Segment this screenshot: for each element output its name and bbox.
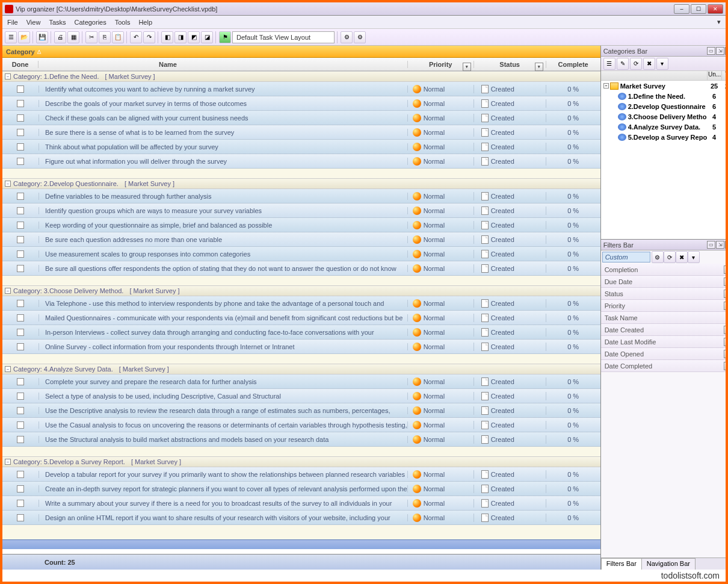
filter-row[interactable]: Due Date▾ (601, 276, 728, 288)
col-status[interactable]: Status▾ (474, 61, 546, 68)
group-header[interactable]: −Category: 5.Develop a Survey Report.[ M… (2, 456, 600, 467)
panel-close-icon[interactable]: ✕ (725, 47, 728, 55)
done-checkbox[interactable] (17, 236, 24, 243)
done-checkbox[interactable] (17, 85, 24, 93)
tb-opt2-icon[interactable]: ⚙ (354, 31, 366, 43)
layout-selector[interactable]: Default Task View Layout (232, 31, 335, 43)
tab-navigation[interactable]: Navigation Bar (641, 558, 696, 570)
col-complete[interactable]: Complete (546, 61, 600, 68)
done-checkbox[interactable] (17, 378, 24, 385)
group-header[interactable]: −Category: 2.Develop Questionnaire.[ Mar… (2, 178, 600, 189)
filter-tb3-icon[interactable]: ✖ (676, 251, 688, 263)
tb-task2-icon[interactable]: ◨ (174, 31, 187, 43)
collapse-icon[interactable]: − (5, 459, 11, 465)
collapse-icon[interactable]: − (5, 288, 11, 294)
done-checkbox[interactable] (17, 393, 24, 400)
done-checkbox[interactable] (17, 436, 24, 443)
dropdown-icon[interactable]: ▾ (724, 338, 728, 346)
collapse-icon[interactable]: − (5, 73, 11, 79)
task-row[interactable]: Via Telephone - use this method to inter… (2, 296, 600, 311)
tree-item[interactable]: 3.Choose Delivery Metho44 (601, 111, 728, 122)
tb-task1-icon[interactable]: ◧ (161, 31, 173, 43)
task-row[interactable]: Complete your survey and prepare the res… (2, 374, 600, 389)
cat-tb1-icon[interactable]: ☰ (603, 58, 615, 70)
task-row[interactable]: Online Survey - collect information from… (2, 340, 600, 354)
dropdown-icon[interactable]: ▾ (724, 266, 728, 274)
tb-new-icon[interactable]: ☰ (5, 31, 17, 43)
menu-file[interactable]: File (7, 19, 18, 26)
col-name[interactable]: Name (39, 61, 408, 68)
done-checkbox[interactable] (17, 250, 24, 258)
done-checkbox[interactable] (17, 158, 24, 165)
done-checkbox[interactable] (17, 500, 24, 507)
task-row[interactable]: Use the Structural analysis to build mar… (2, 432, 600, 447)
fpanel-close-icon[interactable]: ✕ (725, 241, 728, 249)
dropdown-icon[interactable]: ▾ (724, 350, 728, 358)
done-checkbox[interactable] (17, 143, 24, 151)
task-row[interactable]: Define variables to be measured through … (2, 189, 600, 203)
tb-preview-icon[interactable]: ▦ (67, 31, 79, 43)
menu-tasks[interactable]: Tasks (49, 19, 66, 26)
filter-row[interactable]: Priority▾ (601, 300, 728, 312)
done-checkbox[interactable] (17, 265, 24, 272)
tb-task4-icon[interactable]: ◪ (201, 31, 213, 43)
done-checkbox[interactable] (17, 485, 24, 492)
tb-task3-icon[interactable]: ◩ (188, 31, 200, 43)
task-row[interactable]: Be sure all questions offer respondents … (2, 261, 600, 276)
done-checkbox[interactable] (17, 314, 24, 322)
done-checkbox[interactable] (17, 300, 24, 307)
task-row[interactable]: Use the Casual analysis to focus on unco… (2, 418, 600, 432)
tb-print-icon[interactable]: 🖨 (54, 31, 66, 43)
maximize-button[interactable]: ☐ (691, 4, 706, 14)
task-row[interactable]: Select a type of analysis to be used, in… (2, 389, 600, 403)
dropdown-icon[interactable]: ▾ (724, 326, 728, 334)
menu-chevron-icon[interactable]: ▾ (717, 18, 721, 26)
done-checkbox[interactable] (17, 329, 24, 336)
done-checkbox[interactable] (17, 100, 24, 107)
menu-categories[interactable]: Categories (75, 19, 106, 26)
task-row[interactable]: In-person Interviews - collect survey da… (2, 325, 600, 340)
done-checkbox[interactable] (17, 222, 24, 229)
done-checkbox[interactable] (17, 514, 24, 521)
group-header[interactable]: −Category: 1.Define the Need.[ Market Su… (2, 71, 600, 82)
task-row[interactable]: Be sure there is a sense of what is to b… (2, 125, 600, 140)
filter-row[interactable]: Status▾ (601, 288, 728, 300)
task-row[interactable]: Check if these goals can be aligned with… (2, 111, 600, 125)
done-checkbox[interactable] (17, 129, 24, 136)
menu-tools[interactable]: Tools (115, 19, 131, 26)
status-filter-icon[interactable]: ▾ (535, 63, 543, 71)
panel-restore-icon[interactable]: ▭ (707, 47, 715, 55)
task-row[interactable]: Be sure each question addresses no more … (2, 232, 600, 247)
filter-tb1-icon[interactable]: ⚙ (652, 251, 664, 263)
task-row[interactable]: Identify what outcomes you want to achie… (2, 82, 600, 96)
filter-tb4-icon[interactable]: ▾ (688, 251, 700, 263)
menu-help[interactable]: Help (138, 19, 152, 26)
tb-open-icon[interactable]: 📂 (18, 31, 30, 43)
done-checkbox[interactable] (17, 207, 24, 214)
dropdown-icon[interactable]: ▾ (724, 362, 728, 370)
task-row[interactable]: Think about what population will be affe… (2, 140, 600, 154)
minimize-button[interactable]: – (674, 4, 689, 14)
filter-row[interactable]: Date Last Modifie▾ (601, 336, 728, 348)
tb-redo-icon[interactable]: ↷ (143, 31, 155, 43)
cat-tb4-icon[interactable]: ✖ (643, 58, 655, 70)
tb-undo-icon[interactable]: ↶ (130, 31, 142, 43)
filter-preset[interactable]: Custom (602, 252, 650, 262)
task-row[interactable]: Use the Descriptive analysis to review t… (2, 403, 600, 418)
filter-row[interactable]: Date Completed▾ (601, 360, 728, 372)
group-header[interactable]: −Category: 4.Analyze Survey Data.[ Marke… (2, 364, 600, 374)
task-row[interactable]: Describe the goals of your market survey… (2, 96, 600, 111)
cat-tb2-icon[interactable]: ✎ (617, 58, 629, 70)
task-row[interactable]: Keep wording of your questionnaire as si… (2, 218, 600, 232)
done-checkbox[interactable] (17, 114, 24, 122)
done-checkbox[interactable] (17, 343, 24, 350)
tb-cut-icon[interactable]: ✂ (85, 31, 97, 43)
collapse-icon[interactable]: − (5, 181, 11, 187)
done-checkbox[interactable] (17, 407, 24, 414)
group-header[interactable]: −Category: 3.Choose Delivery Method.[ Ma… (2, 285, 600, 296)
task-row[interactable]: Use measurement scales to group response… (2, 247, 600, 261)
col-priority[interactable]: Priority▾ (408, 61, 474, 68)
filter-row[interactable]: Date Created▾ (601, 324, 728, 336)
tree-item[interactable]: 2.Develop Questionnaire66 (601, 101, 728, 111)
cat-tb5-icon[interactable]: ▾ (656, 58, 668, 70)
